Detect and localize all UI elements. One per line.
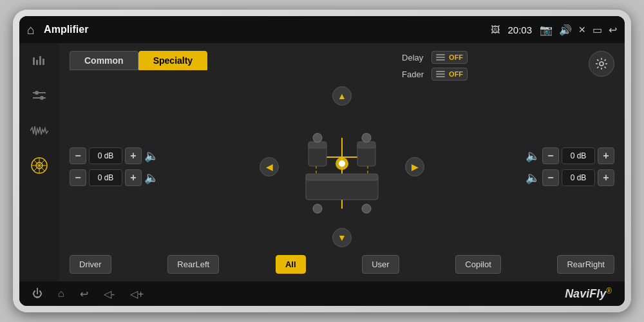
rear-left-plus[interactable]: +: [125, 169, 142, 186]
rear-right-plus[interactable]: +: [598, 169, 614, 186]
image-icon: 🖼: [491, 24, 500, 35]
trademark-symbol: ®: [606, 287, 612, 296]
zone-btn-rearleft[interactable]: RearLeft: [167, 255, 219, 274]
zone-btn-user[interactable]: User: [362, 255, 399, 274]
front-left-display: 0 dB: [89, 147, 122, 164]
screen: ⌂ Amplifier 🖼 20:03 📷 🔊 ✕ ▭ ↩: [19, 16, 625, 306]
delay-toggle[interactable]: OFF: [431, 51, 468, 64]
svg-rect-1: [36, 60, 38, 65]
back-bottom-icon[interactable]: ↩: [80, 288, 88, 300]
svg-point-14: [600, 62, 603, 66]
power-icon[interactable]: ⏻: [32, 288, 43, 300]
delay-fader-block: Delay OFF Fader: [402, 51, 581, 80]
fader-toggle-state: OFF: [449, 70, 463, 78]
tab-specialty[interactable]: Specialty: [138, 51, 207, 70]
svg-point-7: [40, 96, 44, 100]
rear-left-speaker-icon: 🔈: [144, 171, 158, 185]
top-bar-icons: 📷 🔊 ✕ ▭ ↩: [540, 24, 617, 36]
left-sidebar: [19, 43, 59, 281]
zone-btn-rearright[interactable]: RearRight: [557, 255, 614, 274]
rear-right-minus[interactable]: −: [542, 169, 559, 186]
svg-point-29: [362, 133, 371, 142]
front-right-vol-row: 🔈 − 0 dB +: [526, 147, 614, 164]
nav-up-arrow[interactable]: ▲: [332, 86, 352, 106]
delay-toggle-state: OFF: [449, 53, 463, 61]
svg-point-28: [313, 133, 322, 142]
front-right-plus[interactable]: +: [598, 147, 614, 164]
svg-rect-3: [43, 59, 44, 65]
home-bottom-icon[interactable]: ⌂: [58, 288, 64, 300]
front-left-plus[interactable]: +: [125, 147, 142, 164]
svg-point-27: [339, 160, 345, 167]
car-diagram: [284, 106, 400, 228]
sidebar-item-speaker[interactable]: [26, 154, 52, 177]
toggle-lines-icon2: [436, 71, 445, 77]
fader-toggle[interactable]: OFF: [431, 68, 468, 80]
camera-icon[interactable]: 📷: [540, 24, 553, 36]
svg-rect-2: [39, 56, 41, 65]
content-area: Common Specialty Delay: [59, 43, 625, 281]
nav-down-arrow[interactable]: ▼: [332, 228, 352, 247]
zone-buttons: Driver RearLeft All User Copilot RearRig…: [70, 255, 614, 274]
fader-label: Fader: [402, 70, 426, 79]
svg-rect-0: [33, 57, 35, 65]
close-icon[interactable]: ✕: [578, 24, 586, 35]
clock-display: 20:03: [507, 24, 532, 35]
rear-right-speaker-icon: 🔈: [526, 171, 540, 185]
zone-btn-copilot[interactable]: Copilot: [455, 255, 500, 274]
sidebar-item-sliders[interactable]: [26, 84, 52, 108]
left-speaker-controls: − 0 dB + 🔈 − 0 dB + 🔈: [70, 147, 158, 186]
rear-right-display: 0 dB: [562, 169, 595, 186]
nav-left-arrow[interactable]: ◀: [260, 157, 279, 176]
diagram-area: ▲ ◀: [162, 86, 522, 247]
delay-row: Delay OFF: [402, 51, 581, 64]
svg-point-31: [362, 204, 371, 213]
bottom-icons: ⏻ ⌂ ↩ ◁- ◁+: [32, 288, 144, 300]
front-right-display: 0 dB: [562, 147, 595, 164]
toggle-lines-icon: [436, 54, 445, 61]
zone-btn-driver[interactable]: Driver: [70, 255, 111, 274]
fader-row: Fader OFF: [402, 68, 581, 80]
tab-common[interactable]: Common: [70, 51, 138, 70]
window-icon[interactable]: ▭: [592, 24, 602, 36]
home-icon[interactable]: ⌂: [27, 23, 35, 37]
zone-btn-all[interactable]: All: [276, 255, 306, 274]
front-left-speaker-icon: 🔈: [144, 149, 158, 163]
brand-name: NaviFly: [565, 287, 606, 300]
volume-down-icon[interactable]: ◁-: [104, 288, 115, 300]
tab-row: Common Specialty: [70, 51, 207, 70]
rear-left-minus[interactable]: −: [70, 169, 86, 186]
nav-right-arrow[interactable]: ▶: [405, 157, 424, 176]
sidebar-item-waveform[interactable]: [26, 119, 52, 142]
settings-button[interactable]: [589, 51, 614, 77]
volume-icon[interactable]: 🔊: [559, 24, 572, 36]
rear-left-display: 0 dB: [89, 169, 122, 186]
brand-logo: NaviFly®: [565, 287, 612, 301]
main-area: Common Specialty Delay: [19, 43, 625, 281]
front-right-minus[interactable]: −: [542, 147, 559, 164]
device-shell: ⌂ Amplifier 🖼 20:03 📷 🔊 ✕ ▭ ↩: [13, 10, 631, 312]
svg-rect-25: [306, 174, 378, 180]
front-left-minus[interactable]: −: [70, 147, 86, 164]
top-bar: ⌂ Amplifier 🖼 20:03 📷 🔊 ✕ ▭ ↩: [19, 16, 625, 43]
back-icon[interactable]: ↩: [609, 24, 617, 36]
front-right-speaker-icon: 🔈: [526, 149, 540, 163]
bottom-bar: ⏻ ⌂ ↩ ◁- ◁+ NaviFly®: [19, 281, 625, 306]
svg-point-5: [35, 91, 39, 95]
sidebar-item-equalizer[interactable]: [26, 50, 52, 73]
right-speaker-controls: 🔈 − 0 dB + 🔈 − 0 dB +: [526, 147, 614, 186]
volume-up-icon[interactable]: ◁+: [130, 288, 144, 300]
rear-left-vol-row: − 0 dB + 🔈: [70, 169, 158, 186]
page-title: Amplifier: [44, 24, 491, 35]
svg-point-30: [313, 204, 322, 213]
delay-label: Delay: [402, 53, 426, 62]
front-left-vol-row: − 0 dB + 🔈: [70, 147, 158, 164]
rear-right-vol-row: 🔈 − 0 dB +: [526, 169, 614, 186]
